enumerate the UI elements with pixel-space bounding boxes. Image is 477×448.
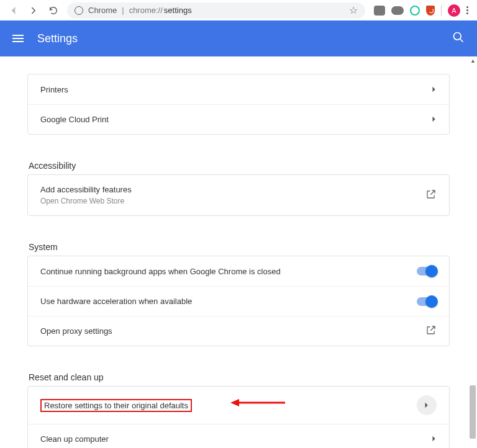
site-icon (75, 6, 83, 15)
chevron-right-icon (432, 434, 437, 444)
row-label: Use hardware acceleration when available (40, 297, 192, 306)
address-scheme: chrome:// (129, 6, 163, 15)
toolbar-separator (441, 5, 442, 16)
reset-card: Restore settings to their original defau… (27, 386, 450, 448)
search-icon[interactable] (452, 31, 465, 46)
row-sublabel: Open Chrome Web Store (40, 197, 132, 205)
scrollbar[interactable]: ▲ (468, 56, 477, 448)
add-accessibility-row[interactable]: Add accessibility features Open Chrome W… (28, 175, 449, 215)
address-separator: | (122, 6, 124, 15)
row-label: Printers (40, 85, 68, 94)
toggle-on[interactable] (417, 267, 437, 276)
restore-defaults-button[interactable] (417, 395, 437, 415)
chevron-right-icon (432, 85, 437, 94)
hardware-accel-row[interactable]: Use hardware acceleration when available (28, 286, 449, 316)
section-title-accessibility: Accessibility (27, 161, 450, 171)
proxy-settings-row[interactable]: Open proxy settings (28, 316, 449, 346)
row-label: Clean up computer (40, 434, 109, 444)
page-title: Settings (37, 32, 78, 45)
row-label: Open proxy settings (40, 326, 112, 336)
section-title-reset: Reset and clean up (27, 372, 450, 382)
scroll-up-arrow[interactable]: ▲ (470, 58, 476, 64)
open-external-icon (425, 189, 437, 202)
grammarly-icon[interactable] (410, 6, 420, 16)
section-title-system: System (27, 242, 450, 252)
bookmark-star-icon[interactable]: ☆ (349, 4, 358, 16)
browser-toolbar: Chrome | chrome://settings ☆ A (0, 0, 477, 20)
cleanup-computer-row[interactable]: Clean up computer (28, 424, 449, 448)
restore-defaults-row[interactable]: Restore settings to their original defau… (28, 387, 449, 424)
extension-icon[interactable] (391, 6, 404, 15)
address-app: Chrome (88, 6, 117, 15)
system-card: Continue running background apps when Go… (27, 256, 450, 346)
chevron-right-icon (432, 115, 437, 124)
toolbar-extensions: A (370, 4, 472, 17)
toggle-on[interactable] (417, 297, 437, 306)
ublock-icon[interactable] (426, 6, 435, 16)
scrollbar-thumb[interactable] (470, 385, 476, 439)
open-external-icon (425, 325, 437, 338)
printers-row[interactable]: Printers (28, 74, 449, 104)
google-cloud-print-row[interactable]: Google Cloud Print (28, 104, 449, 134)
settings-content: Printers Google Cloud Print Accessibilit… (0, 56, 477, 448)
annotation-highlight: Restore settings to their original defau… (40, 399, 192, 412)
row-label: Add accessibility features (40, 185, 132, 194)
chevron-right-icon (424, 401, 429, 410)
back-button[interactable] (5, 2, 22, 19)
accessibility-card: Add accessibility features Open Chrome W… (27, 174, 450, 216)
address-bar[interactable]: Chrome | chrome://settings ☆ (67, 2, 365, 19)
row-label: Google Cloud Print (40, 115, 109, 124)
printing-card: Printers Google Cloud Print (27, 74, 450, 135)
menu-icon[interactable] (12, 35, 24, 42)
extension-icon[interactable] (374, 6, 385, 16)
profile-avatar[interactable]: A (448, 4, 460, 17)
reload-button[interactable] (45, 2, 62, 19)
row-label: Restore settings to their original defau… (44, 401, 188, 410)
chrome-menu-button[interactable] (466, 6, 468, 14)
forward-button[interactable] (25, 2, 42, 19)
row-label: Continue running background apps when Go… (40, 267, 281, 276)
settings-header: Settings (0, 20, 477, 56)
background-apps-row[interactable]: Continue running background apps when Go… (28, 256, 449, 286)
address-path: settings (164, 6, 192, 15)
